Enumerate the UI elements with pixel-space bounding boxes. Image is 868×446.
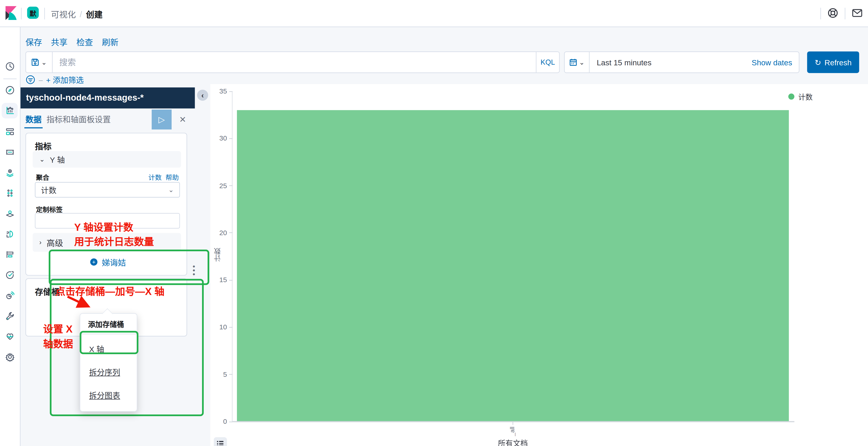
chevron-right-icon: › xyxy=(39,239,41,246)
y-tick-label: 5 xyxy=(210,371,227,378)
breadcrumb-separator: / xyxy=(80,9,82,19)
y-tick-label: 25 xyxy=(210,182,227,190)
y-tick-mark xyxy=(229,233,232,233)
collapse-sidebar-button[interactable]: ‹ xyxy=(197,90,208,101)
kibana-logo[interactable] xyxy=(5,6,17,21)
metrics-card: 指标 ⌄ Y 轴 聚合 计数 帮助 计数 ⌄ 定制标签 › 高级 + 娣诲姞 xyxy=(26,133,187,275)
share-link[interactable]: 共享 xyxy=(51,36,67,48)
chevron-down-icon: ⌄ xyxy=(39,156,45,163)
mail-icon[interactable] xyxy=(851,7,863,19)
chevron-down-icon: ⌄ xyxy=(168,186,174,194)
vis-editor-sidebar: tyschool-node4-messages-* 数据 指标和轴 面板设置 ▷… xyxy=(20,84,210,446)
menu-item-x-axis[interactable]: X 轴 xyxy=(80,337,137,360)
popover-items: X 轴 拆分序列 拆分图表 xyxy=(80,334,137,411)
aggregation-label: 聚合 xyxy=(36,172,49,181)
nav-recent-icon[interactable] xyxy=(2,59,18,74)
y-tick-mark xyxy=(229,421,232,422)
nav-dashboard-icon[interactable] xyxy=(2,124,18,140)
y-tick-label: 10 xyxy=(210,323,227,331)
y-tick-mark xyxy=(229,374,232,375)
header-divider xyxy=(845,8,845,20)
discard-changes-button[interactable]: ✕ xyxy=(177,114,188,125)
aggregation-select[interactable]: 计数 ⌄ xyxy=(35,182,180,198)
plot-area: _all 所有文档 05101520253035 xyxy=(232,91,793,421)
nav-monitoring-icon[interactable] xyxy=(2,329,18,344)
panel-resize-handle[interactable]: ••• xyxy=(193,265,196,276)
chevron-down-icon: ⌄ xyxy=(41,59,47,66)
nav-visualize-icon[interactable] xyxy=(2,103,18,118)
help-icon[interactable] xyxy=(827,7,839,19)
show-dates-link[interactable]: Show dates xyxy=(752,58,799,67)
search-group: ⌄ KQL xyxy=(26,52,560,73)
y-tick-mark xyxy=(229,91,232,92)
query-toolbar-area: 保存 共享 检查 刷新 ⌄ KQL xyxy=(20,27,868,84)
save-link[interactable]: 保存 xyxy=(26,36,42,48)
aggregation-links: 计数 帮助 xyxy=(148,172,179,181)
header-divider xyxy=(820,8,821,20)
y-tick-mark xyxy=(229,280,232,280)
x-axis-baseline xyxy=(232,421,794,422)
kql-button[interactable]: KQL xyxy=(536,52,559,72)
plus-icon: + xyxy=(90,259,97,266)
custom-label-label: 定制标签 xyxy=(36,204,63,214)
inspect-link[interactable]: 检查 xyxy=(76,36,93,48)
add-filter-link[interactable]: + 添加筛选 xyxy=(46,74,84,85)
y-tick-label: 30 xyxy=(210,135,227,142)
y-axis-title: 计数 xyxy=(213,248,223,262)
nav-management-icon[interactable] xyxy=(2,349,18,365)
add-metric-link[interactable]: + 娣诲姞 xyxy=(90,256,126,268)
help-link[interactable]: 帮助 xyxy=(166,172,179,181)
refresh-link[interactable]: 刷新 xyxy=(102,36,118,48)
filter-bar: – + 添加筛选 xyxy=(26,75,84,84)
buckets-title: 存储桶 xyxy=(35,285,60,297)
nav-logs-icon[interactable] xyxy=(2,226,18,242)
saved-query-button[interactable]: ⌄ xyxy=(26,52,53,72)
legend-label: 计数 xyxy=(798,91,813,102)
y-tick-mark xyxy=(229,327,232,328)
bar-count xyxy=(237,110,789,422)
breadcrumb: 可视化 / 创建 xyxy=(51,8,102,20)
legend-toggle-button[interactable] xyxy=(214,437,227,446)
y-tick-label: 0 xyxy=(210,418,227,425)
apply-changes-button[interactable]: ▷ xyxy=(152,109,172,130)
filter-icon[interactable] xyxy=(26,75,35,84)
space-badge[interactable]: 默 xyxy=(27,7,39,19)
refresh-button[interactable]: ↻ Refresh xyxy=(807,52,859,73)
editor-tabs: 数据 指标和轴 面板设置 ▷ ✕ xyxy=(20,108,195,130)
count-doc-link[interactable]: 计数 xyxy=(148,172,162,181)
header-divider xyxy=(44,8,45,20)
filter-dash: – xyxy=(39,76,43,84)
advanced-label: 高级 xyxy=(46,237,63,248)
nav-discover-icon[interactable] xyxy=(2,82,18,98)
nav-apm-icon[interactable] xyxy=(2,247,18,263)
nav-siem-icon[interactable] xyxy=(2,288,18,303)
tab-data[interactable]: 数据 xyxy=(26,113,41,125)
advanced-accordion[interactable]: › 高级 xyxy=(33,233,181,252)
nav-canvas-icon[interactable] xyxy=(2,144,18,160)
y-axis-accordion-label: Y 轴 xyxy=(50,154,65,165)
y-axis-accordion[interactable]: ⌄ Y 轴 xyxy=(33,151,181,168)
nav-maps-icon[interactable] xyxy=(2,165,18,180)
x-tick-label: _all xyxy=(509,427,516,436)
chart-panel: 计数 计数 _all 所有文档 05101520253035 xyxy=(210,84,868,446)
menu-item-split-series[interactable]: 拆分序列 xyxy=(80,360,137,383)
nav-metrics-icon[interactable] xyxy=(2,206,18,221)
index-pattern-header: tyschool-node4-messages-* xyxy=(20,87,195,108)
y-tick-label: 35 xyxy=(210,87,227,95)
time-range-value[interactable]: Last 15 minutes xyxy=(590,58,752,67)
custom-label-input[interactable] xyxy=(35,213,180,229)
y-tick-mark xyxy=(229,185,232,186)
search-input[interactable] xyxy=(53,52,536,72)
nav-devtools-icon[interactable] xyxy=(2,308,18,324)
close-icon: ✕ xyxy=(179,114,186,124)
nav-ml-icon[interactable] xyxy=(2,185,18,201)
tab-panel-settings[interactable]: 面板设置 xyxy=(79,113,111,125)
menu-item-split-chart[interactable]: 拆分图表 xyxy=(80,383,137,407)
time-range-picker: ⌄ Last 15 minutes Show dates xyxy=(564,52,799,73)
nav-uptime-icon[interactable] xyxy=(2,267,18,283)
breadcrumb-section[interactable]: 可视化 xyxy=(51,8,76,20)
calendar-button[interactable]: ⌄ xyxy=(565,52,590,72)
tab-metrics-axes[interactable]: 指标和轴 xyxy=(46,113,79,125)
visualize-actions: 保存 共享 检查 刷新 xyxy=(26,36,119,48)
refresh-icon: ↻ xyxy=(814,58,821,67)
